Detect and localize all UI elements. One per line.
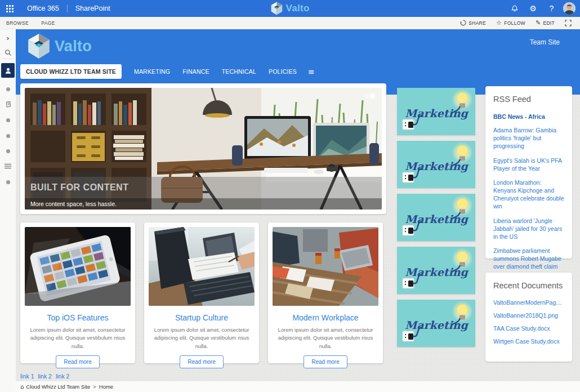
user-avatar[interactable] [563, 2, 575, 15]
rail-expand-button[interactable]: › [0, 31, 16, 44]
footer-link-2[interactable]: link 2 [38, 373, 52, 380]
rss-item[interactable]: London Marathon: Kenyans Kipchoge and Ch… [493, 179, 564, 211]
marketing-banner-4[interactable]: Marketing [397, 247, 475, 294]
news-image-startup[interactable] [149, 227, 255, 306]
rss-feed-title: RSS Feed [493, 95, 564, 104]
rail-app-dot-2[interactable] [0, 113, 16, 127]
nav-overflow-icon[interactable]: ≡ [308, 69, 315, 74]
rail-app-dot-4[interactable] [0, 144, 16, 158]
tab-browse[interactable]: BROWSE [0, 20, 35, 26]
breadcrumb-separator: > [93, 384, 96, 390]
hero-headline: BUILT FOR CONTENT [30, 182, 128, 193]
nav-item-technical[interactable]: TECHNICAL [222, 68, 256, 75]
marketing-banner-5[interactable]: Marketing [397, 300, 475, 347]
nav-item-marketing[interactable]: MARKETING [134, 68, 170, 75]
suite-bar: Office 365 SharePoint Valto ⚙ ? [0, 0, 580, 17]
dot-icon [6, 180, 10, 184]
hero-headline-band: BUILT FOR CONTENT [25, 177, 382, 198]
rail-app-dot-5[interactable] [0, 175, 16, 189]
read-more-button[interactable]: Read more [304, 355, 347, 368]
valto-cube-icon [270, 2, 283, 15]
news-image-ios[interactable] [25, 227, 131, 306]
breadcrumb-site-link[interactable]: Cloud Whizz Ltd Team Site [26, 384, 90, 390]
waffle-icon [6, 5, 14, 12]
read-more-button[interactable]: Read more [56, 355, 99, 368]
news-body: Lorem ipsum dolor sit amet, consectetur … [276, 326, 375, 350]
help-icon[interactable]: ? [542, 0, 561, 17]
nav-item-finance[interactable]: FINANCE [182, 68, 209, 75]
dot-icon [6, 118, 10, 122]
news-title[interactable]: Top iOS Features [25, 313, 131, 322]
news-title[interactable]: Modern Workplace [273, 313, 378, 322]
news-card-startup: Startup Culture Lorem ipsum dolor sit am… [144, 222, 259, 363]
search-icon [5, 49, 12, 56]
news-card-ios: Top iOS Features Lorem ipsum dolor sit a… [20, 222, 135, 363]
carousel-dot-1[interactable] [364, 93, 369, 99]
left-app-rail: › [0, 29, 16, 392]
news-body: Lorem ipsum dolor sit amet, consectetur … [152, 326, 251, 350]
person-icon [5, 67, 12, 74]
news-image-workplace[interactable] [273, 227, 378, 306]
settings-gear-icon[interactable]: ⚙ [524, 0, 542, 17]
rss-item[interactable]: Zimbabwe parliament summons Robert Mugab… [493, 247, 564, 271]
follow-label: FOLLOW [504, 20, 525, 26]
recent-documents-webpart: Recent Documents ValtoBannerModernPages.… [485, 273, 572, 362]
top-navigation: CLOUD WHIZZ LTD TEAM SITE MARKETING FINA… [20, 64, 315, 79]
app-launcher-icon[interactable] [0, 0, 19, 17]
read-more-button[interactable]: Read more [180, 355, 223, 368]
edit-label: EDIT [543, 20, 555, 26]
footer-links: link 1 link 2 link 2 [20, 373, 72, 380]
rss-feed-webpart: RSS Feed BBC News - Africa Adama Barrow:… [485, 86, 572, 259]
edit-button[interactable]: ✎ EDIT [532, 19, 559, 26]
notifications-bell-icon[interactable] [505, 0, 524, 17]
sharepoint-link[interactable]: SharePoint [68, 0, 118, 17]
document-link[interactable]: Wirtgen Case Study.docx [493, 338, 564, 345]
focus-frame-icon [565, 20, 572, 26]
share-button[interactable]: SHARE [456, 20, 490, 26]
marketing-banner-text: Marketing [405, 107, 469, 120]
breadcrumb: ⌂ Cloud Whizz Ltd Team Site > Home [16, 381, 580, 392]
marketing-banner-text: Marketing [405, 266, 469, 279]
marketing-banner-2[interactable]: Marketing [397, 141, 475, 188]
chevron-right-icon: › [6, 34, 9, 42]
hero-slide-image[interactable]: BUILT FOR CONTENT More content space, le… [25, 88, 382, 210]
suite-brand-logo: Valto [270, 0, 309, 17]
list-icon [5, 163, 11, 169]
rail-people-button-active[interactable] [1, 63, 15, 78]
rail-divider [2, 59, 14, 59]
rail-notebook-button[interactable] [0, 97, 16, 111]
sharepoint-page: Office 365 SharePoint Valto ⚙ ? [0, 0, 580, 392]
dot-icon [6, 87, 10, 91]
marketing-banner-3[interactable]: Marketing [397, 194, 475, 241]
rail-search-button[interactable] [0, 46, 16, 59]
news-title[interactable]: Startup Culture [149, 313, 255, 322]
recent-documents-title: Recent Documents [493, 281, 564, 290]
rss-item[interactable]: Egypt's Salah is UK's PFA Player of the … [493, 157, 564, 172]
nav-item-policies[interactable]: POLICIES [269, 68, 297, 75]
nav-item-home-active[interactable]: CLOUD WHIZZ LTD TEAM SITE [20, 64, 122, 79]
focus-on-content-button[interactable] [561, 20, 575, 26]
document-link[interactable]: ValtoBanner2018Q1.png [493, 312, 564, 319]
tab-page[interactable]: PAGE [35, 20, 61, 26]
follow-button[interactable]: ☆ FOLLOW [492, 19, 529, 26]
document-link[interactable]: TAA Case Study.docx [493, 325, 564, 332]
rss-item[interactable]: Liberia warlord 'Jungle Jabbah' jailed f… [493, 217, 564, 241]
team-site-label[interactable]: Team Site [530, 38, 560, 46]
dot-icon [6, 134, 10, 138]
rail-app-dot-3[interactable] [0, 129, 16, 142]
rail-app-dot-1[interactable] [0, 82, 16, 96]
dot-icon [6, 149, 10, 153]
marketing-banner-1[interactable]: Marketing [397, 88, 475, 135]
marketing-banner-text: Marketing [405, 160, 469, 173]
rss-source-link[interactable]: BBC News - Africa [493, 113, 564, 120]
document-link[interactable]: ValtoBannerModernPages.png [493, 299, 564, 306]
news-card-workplace: Modern Workplace Lorem ipsum dolor sit a… [268, 222, 383, 363]
office-365-link[interactable]: Office 365 [19, 0, 67, 17]
footer-link-3[interactable]: link 2 [56, 373, 70, 380]
carousel-dot-2-active[interactable] [370, 93, 375, 99]
site-logo[interactable]: Valto [27, 33, 92, 59]
footer-link-1[interactable]: link 1 [20, 373, 34, 380]
rss-item[interactable]: Adama Barrow: Gambia politics 'fragile' … [493, 126, 564, 150]
ribbon-bar: BROWSE PAGE SHARE ☆ FOLLOW ✎ EDIT [0, 17, 580, 29]
rail-list-button[interactable] [0, 159, 16, 173]
